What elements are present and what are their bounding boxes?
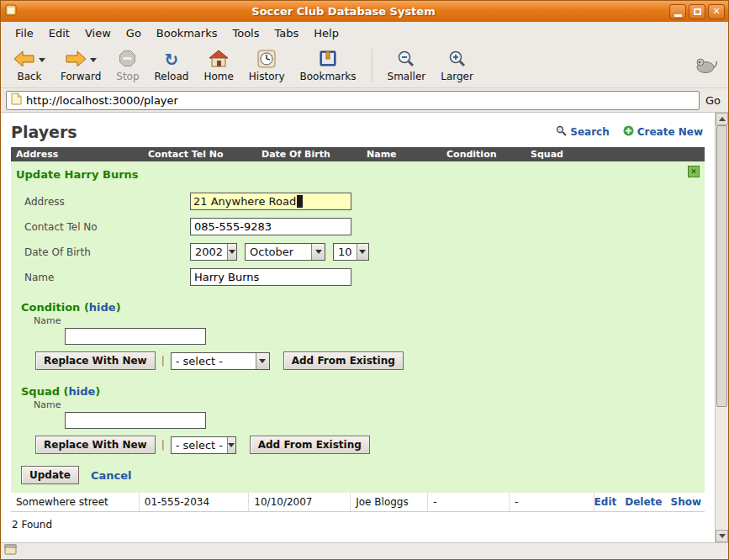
row-contact: 01-555-2034 <box>139 493 249 511</box>
form-title: Update Harry Burns <box>16 168 700 181</box>
menu-view[interactable]: View <box>77 24 119 43</box>
scrollbar-thumb[interactable] <box>716 125 727 407</box>
menu-tools[interactable]: Tools <box>225 24 267 43</box>
smaller-label: Smaller <box>388 71 426 82</box>
squad-title: Squad <box>21 385 60 398</box>
reload-button[interactable]: ↻ Reload <box>147 47 197 84</box>
larger-button[interactable]: Larger <box>433 47 481 84</box>
row-condition: - <box>427 493 509 511</box>
menu-tabs[interactable]: Tabs <box>267 24 307 43</box>
name-label: Name <box>16 272 190 283</box>
smaller-button[interactable]: Smaller <box>380 47 434 84</box>
squad-select[interactable]: - select - <box>171 436 236 454</box>
titlebar[interactable]: Soccer Club Database System ✕ <box>1 1 728 22</box>
menu-help[interactable]: Help <box>306 24 346 43</box>
url-input[interactable] <box>26 92 695 108</box>
column-name: Name <box>362 149 441 160</box>
squad-replace-button[interactable]: Replace With New <box>35 436 156 454</box>
bookmarks-icon <box>318 50 338 70</box>
dob-label: Date Of Birth <box>16 246 190 258</box>
forward-button[interactable]: Forward <box>53 47 108 84</box>
back-dropdown-icon[interactable] <box>39 58 45 62</box>
chevron-down-icon <box>357 244 368 260</box>
browser-logo-icon <box>695 55 723 77</box>
form-close-icon[interactable]: ✕ <box>688 166 700 177</box>
create-new-link[interactable]: Create New <box>623 125 703 139</box>
menu-edit[interactable]: Edit <box>41 24 77 43</box>
chevron-down-icon <box>227 437 235 453</box>
condition-select[interactable]: - select - <box>171 352 270 370</box>
column-address: Address <box>11 149 143 160</box>
menu-bookmarks[interactable]: Bookmarks <box>149 24 225 43</box>
search-link[interactable]: Search <box>556 125 609 139</box>
dob-day-select[interactable]: 10 <box>333 243 369 261</box>
dob-month-select[interactable]: October <box>245 243 325 261</box>
condition-select-value: - select - <box>172 353 256 369</box>
url-field[interactable] <box>6 91 700 110</box>
bookmarks-button[interactable]: Bookmarks <box>293 47 364 84</box>
zoom-in-icon <box>448 50 467 71</box>
page-icon <box>11 92 22 108</box>
back-arrow-icon <box>13 50 35 70</box>
home-button[interactable]: Home <box>196 47 240 84</box>
address-field[interactable]: 21 Anywhere Road <box>190 193 351 210</box>
column-contact: Contact Tel No <box>143 149 256 160</box>
delete-link[interactable]: Delete <box>625 496 662 508</box>
scroll-down-icon[interactable] <box>716 530 728 542</box>
create-new-label: Create New <box>637 126 703 138</box>
back-button[interactable]: Back <box>6 47 53 84</box>
menu-go[interactable]: Go <box>119 24 149 43</box>
history-icon <box>257 50 276 71</box>
toolbar: Back Forward Stop ↻ Reload <box>1 44 728 88</box>
chevron-down-icon <box>256 353 269 369</box>
cancel-link[interactable]: Cancel <box>91 469 132 482</box>
update-button[interactable]: Update <box>21 466 79 484</box>
stop-button: Stop <box>108 47 146 84</box>
condition-add-button[interactable]: Add From Existing <box>283 351 404 370</box>
row-squad: - <box>509 493 594 511</box>
search-link-label: Search <box>570 126 609 138</box>
go-button[interactable]: Go <box>705 94 723 107</box>
minimize-button[interactable] <box>669 4 686 19</box>
column-condition: Condition <box>441 149 526 160</box>
page-content: Players Search Create New <box>1 113 728 542</box>
menu-bar: File Edit View Go Bookmarks Tools Tabs H… <box>1 22 728 44</box>
zoom-out-icon <box>397 50 415 71</box>
contact-label: Contact Tel No <box>16 221 190 233</box>
squad-select-value: - select - <box>172 437 227 453</box>
scroll-up-icon[interactable] <box>716 113 728 125</box>
page-title: Players <box>11 123 77 141</box>
menu-file[interactable]: File <box>8 24 41 43</box>
edit-link[interactable]: Edit <box>594 496 617 508</box>
close-button[interactable]: ✕ <box>708 4 725 19</box>
row-dob: 10/10/2007 <box>248 493 350 511</box>
scrollbar-track[interactable] <box>716 125 728 530</box>
squad-add-button[interactable]: Add From Existing <box>250 436 370 454</box>
dob-year-select[interactable]: 2002 <box>190 243 237 261</box>
stop-label: Stop <box>116 71 139 82</box>
results-count: 2 Found <box>1 512 715 531</box>
larger-label: Larger <box>441 71 473 82</box>
condition-name-field[interactable] <box>65 328 206 345</box>
squad-hide-link[interactable]: hide <box>69 385 96 398</box>
history-button[interactable]: History <box>241 47 293 84</box>
status-bar <box>1 542 728 559</box>
search-icon <box>556 125 567 139</box>
show-link[interactable]: Show <box>670 496 701 508</box>
condition-name-label: Name <box>34 315 700 326</box>
column-dob: Date Of Birth <box>256 149 362 160</box>
condition-replace-button[interactable]: Replace With New <box>35 351 156 370</box>
status-icon[interactable] <box>4 544 18 558</box>
squad-name-field[interactable] <box>65 412 206 429</box>
bookmarks-label: Bookmarks <box>300 71 357 82</box>
dob-year-value: 2002 <box>191 244 227 260</box>
name-field[interactable] <box>190 268 351 286</box>
condition-title: Condition <box>21 301 80 314</box>
maximize-button[interactable] <box>689 4 705 19</box>
condition-hide-link[interactable]: hide <box>89 301 116 314</box>
column-squad: Squad <box>526 149 705 160</box>
plus-icon <box>623 125 634 139</box>
contact-field[interactable] <box>190 218 351 235</box>
reload-label: Reload <box>155 71 189 82</box>
forward-dropdown-icon[interactable] <box>90 58 97 62</box>
